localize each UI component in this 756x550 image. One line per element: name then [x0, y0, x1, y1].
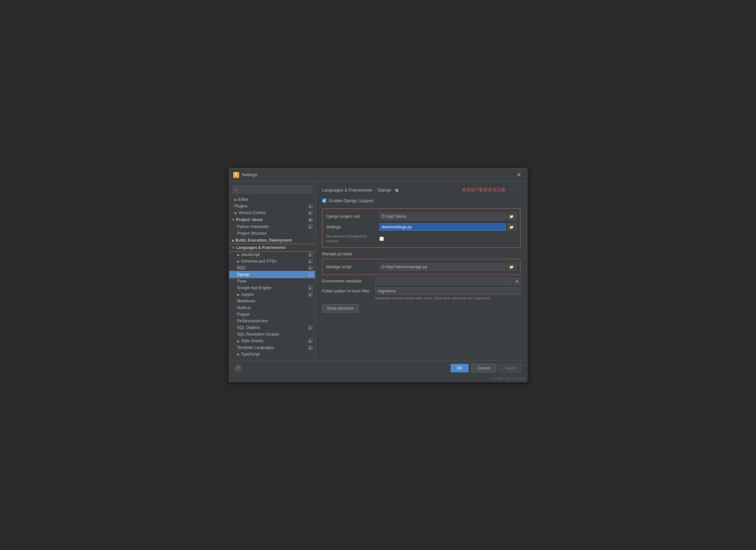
sidebar-item-build-execution[interactable]: ▶ Build, Execution, Deployment	[229, 237, 315, 244]
item-left: ▼ Project: demo	[232, 217, 263, 222]
content-area: ▶ Editor Plugins ▣ ▶ Version Control ▣	[229, 181, 527, 360]
expand-arrow: ▶	[235, 211, 237, 215]
expand-arrow: ▶	[232, 239, 235, 242]
nav-forward-arrow[interactable]: →	[516, 187, 520, 192]
expand-arrow: ▶	[237, 353, 240, 356]
manage-script-section: Manage script: 📁	[322, 259, 520, 275]
sidebar-item-django[interactable]: Django ▣	[229, 271, 315, 278]
ok-button[interactable]: OK	[450, 364, 469, 373]
folder-pattern-input[interactable]	[375, 288, 520, 295]
env-variables-row: Environment variables: ⊞	[322, 278, 520, 285]
no-test-runner-row: Do not use Django test runner:	[326, 234, 516, 243]
item-left: Plugins	[235, 204, 247, 208]
apply-button[interactable]: Apply	[499, 364, 521, 373]
expand-arrow: ▶	[237, 293, 240, 297]
item-left: ▶ Style Sheets	[237, 339, 263, 343]
item-left: ▶ TypeScript	[237, 352, 260, 357]
sidebar-item-nodejs[interactable]: Node.js	[229, 305, 315, 311]
project-icon: ▣	[309, 218, 312, 222]
django-icon: ▣	[309, 272, 312, 277]
breadcrumb-annotation: 检查如下配置是否正确	[462, 187, 505, 193]
jupyter-icon: ▣	[309, 293, 312, 297]
expand-arrow: ▼	[232, 218, 235, 222]
env-variables-btn[interactable]: ⊞	[513, 278, 520, 285]
manage-script-label: Manage script:	[326, 264, 379, 269]
item-left: SQL Resolution Scopes	[237, 332, 279, 337]
titlebar-left: P Settings	[233, 172, 257, 178]
project-root-input[interactable]	[379, 213, 506, 220]
item-left: SQL Dialects	[237, 325, 260, 330]
sidebar-item-project-demo[interactable]: ▼ Project: demo ▣	[229, 216, 315, 223]
enable-django-checkbox[interactable]	[322, 198, 326, 203]
sidebar-item-sql-dialects[interactable]: SQL Dialects ▣	[229, 324, 315, 331]
project-root-row: Django project root: 📁	[326, 213, 516, 220]
sidebar-item-google-app-engine[interactable]: Google App Engine ▣	[229, 285, 315, 291]
plugin-icon: ▣	[309, 204, 312, 208]
project-settings-section: Django project root: 📁 Settings: 📁 Do no…	[322, 208, 520, 247]
settings-label: Settings:	[326, 225, 379, 229]
sql-icon: ▣	[309, 326, 312, 330]
item-left: Template Languages	[237, 345, 274, 350]
env-variables-label: Environment variables:	[322, 279, 375, 284]
item-left: Flask	[237, 279, 247, 284]
titlebar: P Settings ✕	[229, 168, 527, 181]
sidebar-item-version-control[interactable]: ▶ Version Control ▣	[229, 209, 315, 216]
manage-script-input[interactable]	[379, 263, 506, 270]
expand-arrow: ▶	[237, 253, 240, 256]
nav-back-arrow[interactable]: ←	[510, 187, 515, 192]
bdd-icon: ▣	[309, 266, 312, 270]
sidebar-item-jupyter[interactable]: ▶ Jupyter ▣	[229, 291, 315, 298]
sidebar-item-style-sheets[interactable]: ▶ Style Sheets ▣	[229, 338, 315, 344]
no-test-runner-checkbox[interactable]	[379, 237, 384, 241]
item-left: ▼ Languages & Frameworks	[232, 245, 286, 250]
item-left: ReStructured text	[237, 319, 268, 323]
item-left: ▶ Jupyter	[237, 292, 254, 297]
enable-django-row: Enable Django Support	[322, 198, 520, 203]
app-icon: P	[233, 172, 239, 178]
item-left: Python Interpreter	[237, 224, 269, 229]
env-variables-input[interactable]	[375, 278, 512, 285]
sidebar-item-restructured-text[interactable]: ReStructured text	[229, 318, 315, 324]
settings-browse-btn[interactable]: 📁	[507, 224, 516, 231]
expand-arrow: ▶	[237, 259, 240, 263]
search-input[interactable]	[232, 185, 312, 193]
sidebar-item-javascript[interactable]: ▶ JavaScript ▣	[229, 251, 315, 258]
item-left: Project Structure	[237, 231, 267, 236]
sidebar-item-languages-frameworks[interactable]: ▼ Languages & Frameworks	[229, 244, 315, 251]
sidebar-item-editor[interactable]: ▶ Editor	[229, 196, 315, 203]
manage-script-browse-btn[interactable]: 📁	[507, 263, 516, 270]
item-left: Markdown	[237, 299, 255, 304]
breadcrumb-languages: Languages & Frameworks	[322, 187, 373, 192]
js-icon: ▣	[309, 252, 312, 256]
manage-script-row: Manage script: 📁	[326, 263, 516, 270]
sidebar-item-sql-resolution[interactable]: SQL Resolution Scopes	[229, 331, 315, 338]
sidebar-item-project-structure[interactable]: Project Structure	[229, 230, 315, 237]
sidebar-item-python-interpreter[interactable]: Python Interpreter ▣	[229, 223, 315, 230]
expand-arrow: ▶	[237, 339, 240, 343]
item-left: BDD	[237, 265, 245, 270]
close-button[interactable]: ✕	[515, 171, 523, 178]
help-button[interactable]: ?	[235, 365, 242, 372]
sidebar-item-template-languages[interactable]: Template Languages ▣	[229, 344, 315, 351]
sidebar-item-schemas-dtds[interactable]: ▶ Schemas and DTDs ▣	[229, 258, 315, 264]
sidebar-item-markdown[interactable]: Markdown	[229, 298, 315, 305]
window-title: Settings	[242, 172, 257, 177]
cancel-button[interactable]: Cancel	[471, 364, 496, 373]
breadcrumb-django: Django	[378, 187, 391, 192]
watermark: CSDN@一夜白头催大泪	[229, 376, 527, 382]
template-icon: ▣	[309, 346, 312, 350]
sidebar: ▶ Editor Plugins ▣ ▶ Version Control ▣	[229, 181, 315, 360]
sidebar-item-typescript[interactable]: ▶ TypeScript	[229, 351, 315, 358]
python-icon: ▣	[309, 225, 312, 229]
breadcrumb-separator: ›	[374, 187, 376, 192]
sidebar-item-puppet[interactable]: Puppet	[229, 311, 315, 318]
settings-input[interactable]	[379, 223, 506, 231]
project-root-browse-btn[interactable]: 📁	[507, 213, 516, 220]
project-root-label: Django project root:	[326, 214, 379, 219]
sidebar-item-plugins[interactable]: Plugins ▣	[229, 203, 315, 209]
schemas-icon: ▣	[309, 259, 312, 263]
expand-arrow: ▶	[235, 198, 237, 201]
show-structure-button[interactable]: Show structure	[322, 304, 359, 313]
sidebar-item-bdd[interactable]: BDD ▣	[229, 264, 315, 271]
sidebar-item-flask[interactable]: Flask	[229, 278, 315, 285]
